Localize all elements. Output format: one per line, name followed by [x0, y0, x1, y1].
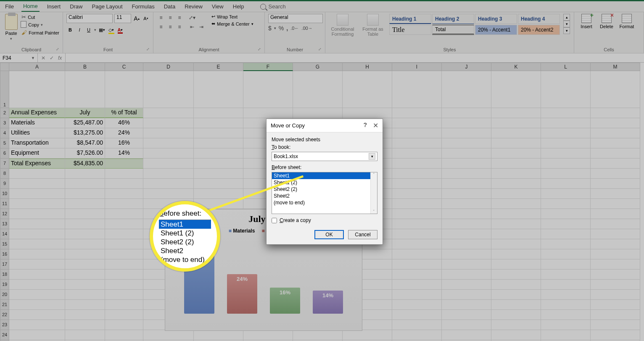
row-head-2[interactable]: 2: [0, 108, 9, 118]
cell-b6[interactable]: $7,526.00: [65, 148, 105, 159]
row-head-24[interactable]: 24: [0, 330, 9, 340]
style-heading1[interactable]: Heading 1: [389, 14, 431, 24]
italic-button[interactable]: I: [76, 26, 83, 34]
row-head-13[interactable]: 13: [0, 219, 9, 229]
cell-c5[interactable]: 16%: [105, 138, 143, 148]
create-copy-input[interactable]: [272, 218, 277, 223]
cell-b4[interactable]: $13,275.00: [65, 128, 105, 138]
clipboard-launcher-icon[interactable]: ⤢: [56, 47, 59, 51]
create-copy-checkbox[interactable]: Create a copy: [272, 217, 377, 223]
scroll-down-icon[interactable]: ˅: [371, 209, 377, 214]
cell-c2[interactable]: % of Total: [105, 108, 143, 118]
tab-review[interactable]: Review: [183, 2, 204, 11]
cell-b3[interactable]: $25,487.00: [65, 118, 105, 128]
align-right-button[interactable]: ≡: [175, 23, 184, 31]
col-head-g[interactable]: G: [293, 63, 343, 71]
currency-button[interactable]: $: [268, 25, 272, 32]
delete-cells-button[interactable]: Delete: [598, 14, 615, 29]
tab-formulas[interactable]: Formulas: [130, 2, 156, 11]
cell-a7[interactable]: Total Expenses: [9, 159, 65, 169]
insert-cells-button[interactable]: Insert: [578, 14, 595, 29]
row-head-18[interactable]: 18: [0, 270, 9, 280]
row-head-3[interactable]: 3: [0, 118, 9, 128]
list-item-sheet1[interactable]: Sheet1: [272, 172, 377, 179]
orientation-button[interactable]: ⤢▾: [188, 14, 196, 21]
before-sheet-listbox[interactable]: Sheet1 Sheet1 (2) Sheet2 (2) Sheet2 (mov…: [272, 172, 377, 214]
scroll-up-icon[interactable]: ▴: [563, 14, 570, 21]
tab-draw[interactable]: Draw: [68, 2, 84, 11]
row-head-8[interactable]: 8: [0, 169, 9, 179]
cell-b5[interactable]: $8,547.00: [65, 138, 105, 148]
paste-button[interactable]: Paste ▾: [3, 14, 19, 41]
increase-indent-button[interactable]: ⇥: [197, 23, 206, 31]
list-item-move-to-end[interactable]: (move to end): [272, 199, 377, 206]
tell-me-search[interactable]: Search: [260, 3, 286, 10]
wrap-text-button[interactable]: ↩Wrap Text: [211, 14, 253, 19]
increase-decimal-button[interactable]: .0←: [290, 26, 299, 31]
style-total[interactable]: Total: [432, 25, 474, 35]
font-launcher-icon[interactable]: ⤢: [146, 47, 150, 51]
format-as-table-button[interactable]: Format as Table: [359, 14, 387, 37]
cell-a2[interactable]: Annual Expenses: [9, 108, 65, 118]
row-head-19[interactable]: 19: [0, 280, 9, 290]
row-head-21[interactable]: 21: [0, 300, 9, 310]
style-accent1[interactable]: 20% - Accent1: [475, 25, 517, 35]
scroll-up-icon[interactable]: ˄: [371, 172, 377, 177]
number-format-select[interactable]: General: [268, 14, 323, 23]
col-head-d[interactable]: D: [143, 63, 194, 71]
decrease-font-button[interactable]: A▾: [142, 14, 150, 23]
tab-insert[interactable]: Insert: [45, 2, 63, 11]
col-head-l[interactable]: L: [541, 63, 591, 71]
row-head-14[interactable]: 14: [0, 229, 9, 239]
fx-icon[interactable]: fx: [58, 55, 62, 61]
cell-b2[interactable]: July: [65, 108, 105, 118]
scroll-more-icon[interactable]: ▾: [563, 27, 570, 34]
row-head-12[interactable]: 12: [0, 209, 9, 219]
styles-scroll[interactable]: ▴ ▾ ▾: [563, 14, 570, 34]
cell-c3[interactable]: 46%: [105, 118, 143, 128]
fill-color-button[interactable]: ◇▾: [107, 26, 115, 34]
conditional-formatting-button[interactable]: Conditional Formatting: [329, 14, 356, 37]
enter-formula-icon[interactable]: ✓: [50, 55, 54, 61]
merge-center-button[interactable]: ⬌Merge & Center▾: [211, 21, 253, 26]
paste-dropdown-icon[interactable]: ▾: [10, 37, 12, 41]
row-head-5[interactable]: 5: [0, 138, 9, 148]
cell-c4[interactable]: 24%: [105, 128, 143, 138]
format-cells-button[interactable]: Format: [618, 14, 636, 29]
row-head-20[interactable]: 20: [0, 290, 9, 300]
cell-b7[interactable]: $54,835.00: [65, 159, 105, 169]
cell-a3[interactable]: Materials: [9, 118, 65, 128]
cell-c6[interactable]: 14%: [105, 148, 143, 159]
tab-page-layout[interactable]: Page Layout: [90, 2, 124, 11]
align-center-button[interactable]: ≡: [166, 23, 174, 31]
col-head-h[interactable]: H: [343, 63, 392, 71]
align-top-button[interactable]: ≡: [157, 14, 165, 21]
bold-button[interactable]: B: [66, 26, 74, 34]
format-painter-button[interactable]: 🖌Format Painter: [21, 29, 59, 36]
increase-font-button[interactable]: A▴: [133, 14, 140, 23]
tab-view[interactable]: View: [210, 2, 225, 11]
row-head-7[interactable]: 7: [0, 159, 9, 169]
number-launcher-icon[interactable]: ⤢: [318, 47, 322, 51]
tab-help[interactable]: Help: [231, 2, 246, 11]
col-head-a[interactable]: A: [9, 63, 65, 71]
underline-button[interactable]: U: [85, 26, 92, 34]
row-head-16[interactable]: 16: [0, 249, 9, 259]
select-all-corner[interactable]: [0, 63, 9, 71]
col-head-f[interactable]: F: [243, 63, 293, 71]
list-item-sheet2[interactable]: Sheet2: [272, 193, 377, 199]
col-head-i[interactable]: I: [392, 63, 442, 71]
col-head-b[interactable]: B: [65, 63, 105, 71]
font-color-button[interactable]: A▾: [116, 26, 124, 34]
decrease-decimal-button[interactable]: .00→: [301, 26, 312, 31]
row-head-15[interactable]: 15: [0, 239, 9, 249]
formula-input[interactable]: [66, 53, 644, 62]
cell-styles-gallery[interactable]: Heading 1 Heading 2 Heading 3 Heading 4 …: [389, 14, 560, 35]
style-heading2[interactable]: Heading 2: [432, 14, 474, 24]
cell-a5[interactable]: Transportation: [9, 138, 65, 148]
cell-a6[interactable]: Equipment: [9, 148, 65, 159]
style-heading3[interactable]: Heading 3: [475, 14, 517, 24]
combobox-dropdown-icon[interactable]: ▾: [369, 153, 375, 160]
alignment-launcher-icon[interactable]: ⤢: [258, 47, 261, 51]
borders-button[interactable]: ▦▾: [98, 26, 106, 34]
